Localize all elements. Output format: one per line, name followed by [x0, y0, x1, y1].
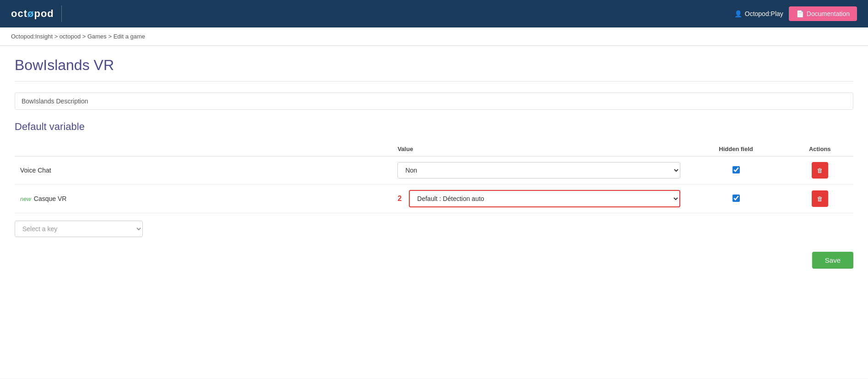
- save-row: Save: [15, 244, 853, 276]
- table-row: newCasque VR2Default : Détection auto🗑: [15, 184, 853, 213]
- actions-cell: 🗑: [786, 157, 853, 184]
- header-left: octøpod: [11, 5, 62, 22]
- table-body: Voice ChatNon🗑newCasque VR2Default : Dét…: [15, 157, 853, 213]
- description-field[interactable]: BowIslands Description: [15, 92, 853, 110]
- doc-icon: 📄: [796, 10, 804, 17]
- actions-cell: 🗑: [786, 184, 853, 213]
- octopod-play-button[interactable]: 👤 Octopod:Play: [734, 10, 783, 17]
- octopod-play-label: Octopod:Play: [745, 10, 783, 17]
- app-header: octøpod 👤 Octopod:Play 📄 Documentation: [0, 0, 868, 27]
- header-right: 👤 Octopod:Play 📄 Documentation: [734, 6, 857, 21]
- row-label: Voice Chat: [20, 167, 51, 174]
- variables-table: Value Hidden field Actions Voice ChatNon…: [15, 142, 853, 213]
- col-actions: Actions: [786, 142, 853, 157]
- trash-icon: 🗑: [817, 195, 823, 202]
- save-button[interactable]: Save: [812, 252, 853, 269]
- new-badge: new: [20, 195, 31, 202]
- table-header-row: Value Hidden field Actions: [15, 142, 853, 157]
- row-label: Casque VR: [34, 195, 67, 202]
- breadcrumb: Octopod:Insight > octopod > Games > Edit…: [0, 27, 868, 46]
- doc-label: Documentation: [807, 10, 850, 17]
- logo: octøpod: [11, 8, 54, 20]
- documentation-button[interactable]: 📄 Documentation: [789, 6, 857, 21]
- person-icon: 👤: [734, 10, 742, 17]
- select-key-dropdown[interactable]: Select a key: [15, 221, 143, 237]
- row-label-cell: Voice Chat: [15, 157, 392, 184]
- row-value-cell: Non: [392, 157, 685, 184]
- title-divider: [15, 81, 853, 81]
- col-label: [15, 142, 392, 157]
- col-value: Value: [392, 142, 685, 157]
- main-content: BowIslands VR BowIslands Description Def…: [0, 46, 868, 379]
- hidden-checkbox[interactable]: [732, 166, 740, 173]
- page-title: BowIslands VR: [15, 57, 853, 74]
- delete-button[interactable]: 🗑: [812, 162, 828, 179]
- table-row: Voice ChatNon🗑: [15, 157, 853, 184]
- table-header: Value Hidden field Actions: [15, 142, 853, 157]
- hidden-checkbox[interactable]: [732, 195, 740, 202]
- bottom-row: Select a key: [15, 213, 853, 244]
- header-divider: [61, 5, 62, 22]
- value-select[interactable]: Default : Détection auto: [409, 190, 680, 207]
- row-value-cell: 2Default : Détection auto: [392, 184, 685, 213]
- section-title: Default variable: [15, 121, 853, 133]
- breadcrumb-text: Octopod:Insight > octopod > Games > Edit…: [11, 33, 145, 40]
- hidden-field-cell: [686, 184, 787, 213]
- row-number: 2: [397, 195, 401, 203]
- hidden-field-cell: [686, 157, 787, 184]
- value-select[interactable]: Non: [397, 162, 680, 179]
- delete-button[interactable]: 🗑: [812, 190, 828, 207]
- col-hidden: Hidden field: [686, 142, 787, 157]
- row-label-cell: newCasque VR: [15, 184, 392, 213]
- trash-icon: 🗑: [817, 167, 823, 174]
